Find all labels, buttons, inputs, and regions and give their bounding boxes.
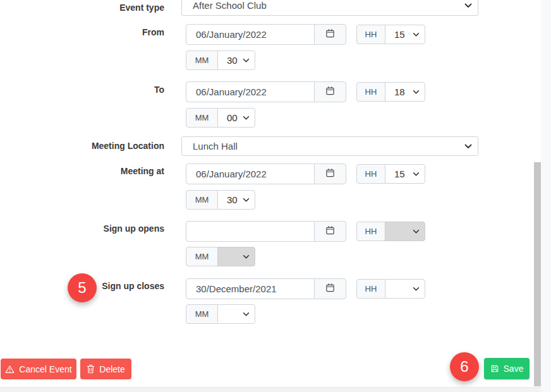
chevron-down-icon [243, 254, 250, 259]
from-hh-select[interactable]: 15 [385, 25, 425, 44]
signup-opens-date-input[interactable] [186, 221, 315, 242]
from-calendar-button[interactable] [314, 24, 346, 45]
chevron-down-icon [413, 287, 420, 291]
save-label: Save [504, 364, 524, 374]
signup-opens-mm-label: MM [186, 247, 218, 266]
signup-closes-date-input[interactable] [186, 278, 315, 299]
from-mm-select[interactable]: 30 [217, 50, 255, 70]
from-date-group [186, 24, 346, 45]
meeting-at-mm-value: 30 [218, 194, 238, 205]
signup-opens-mm-select[interactable] [217, 247, 255, 266]
step-badge-6: 6 [450, 352, 479, 381]
warning-icon [5, 365, 15, 374]
chevron-down-icon [243, 58, 250, 62]
calendar-icon [325, 283, 335, 295]
calendar-icon [325, 225, 335, 237]
chevron-down-icon [413, 32, 420, 37]
meeting-at-label: Meeting at [0, 166, 164, 176]
to-hh-label: HH [356, 82, 385, 102]
meeting-location-value: Lunch Hall [182, 141, 238, 151]
chevron-down-icon [243, 312, 250, 316]
delete-button[interactable]: Delete [80, 359, 131, 379]
cancel-event-label: Cancel Event [19, 364, 71, 374]
chevron-down-icon [464, 3, 472, 8]
page-gutter [541, 0, 551, 392]
event-type-select[interactable]: After School Club [181, 0, 478, 16]
from-mm-label: MM [186, 50, 218, 70]
signup-opens-calendar-button[interactable] [314, 221, 346, 242]
to-mm-value: 00 [218, 112, 238, 123]
chevron-down-icon [413, 172, 420, 176]
bottom-gutter [0, 387, 541, 392]
save-icon [490, 364, 499, 373]
trash-icon [87, 364, 95, 374]
signup-opens-date-group [186, 221, 346, 242]
signup-opens-mm-group: MM [186, 247, 255, 266]
from-hh-group: HH 15 [356, 25, 425, 44]
to-mm-label: MM [186, 108, 218, 128]
meeting-at-mm-label: MM [186, 190, 218, 210]
event-type-value: After School Club [182, 0, 267, 11]
to-mm-group: MM 00 [186, 108, 255, 128]
meeting-location-select[interactable]: Lunch Hall [181, 136, 478, 156]
signup-opens-hh-label: HH [356, 222, 385, 241]
calendar-icon [325, 86, 335, 98]
chevron-down-icon [413, 229, 420, 234]
meeting-at-calendar-button[interactable] [314, 163, 346, 184]
calendar-icon [325, 168, 335, 180]
signup-closes-date-group [186, 278, 346, 299]
signup-closes-mm-group: MM [186, 304, 255, 324]
step-badge-6-number: 6 [460, 358, 468, 376]
to-hh-select[interactable]: 18 [385, 82, 425, 102]
meeting-at-hh-group: HH 15 [356, 164, 425, 184]
meeting-at-date-input[interactable] [186, 163, 315, 184]
signup-opens-label: Sign up opens [0, 223, 164, 234]
meeting-at-date-group [186, 163, 346, 184]
delete-label: Delete [99, 364, 124, 374]
meeting-at-hh-select[interactable]: 15 [385, 164, 425, 184]
signup-closes-mm-select[interactable] [217, 304, 255, 324]
from-mm-group: MM 30 [186, 50, 255, 70]
chevron-down-icon [464, 144, 472, 149]
event-type-label: Event type [0, 3, 164, 13]
signup-closes-hh-label: HH [356, 279, 385, 299]
vertical-scrollbar-thumb[interactable] [534, 162, 541, 386]
step-badge-5-number: 5 [78, 279, 86, 297]
meeting-at-hh-value: 15 [385, 169, 405, 179]
from-label: From [0, 27, 164, 37]
to-hh-group: HH 18 [356, 82, 425, 102]
signup-closes-hh-select[interactable] [385, 279, 425, 299]
to-calendar-button[interactable] [314, 81, 346, 102]
meeting-at-hh-label: HH [356, 164, 385, 184]
signup-closes-hh-group: HH [356, 279, 425, 299]
meeting-at-mm-group: MM 30 [186, 190, 255, 210]
step-badge-5: 5 [68, 273, 97, 302]
to-date-group [186, 81, 346, 102]
signup-opens-hh-select[interactable] [385, 222, 425, 241]
save-button[interactable]: Save [484, 358, 530, 379]
signup-closes-mm-label: MM [186, 304, 218, 324]
from-hh-value: 15 [385, 29, 405, 40]
to-date-input[interactable] [186, 81, 315, 102]
cancel-event-button[interactable]: Cancel Event [1, 359, 76, 379]
signup-opens-hh-group: HH [356, 222, 425, 241]
to-hh-value: 18 [385, 86, 405, 97]
from-date-input[interactable] [186, 24, 315, 45]
meeting-location-label: Meeting Location [0, 141, 164, 151]
chevron-down-icon [243, 198, 250, 202]
signup-closes-calendar-button[interactable] [314, 278, 346, 299]
to-mm-select[interactable]: 00 [217, 108, 255, 128]
from-hh-label: HH [356, 25, 385, 44]
to-label: To [0, 85, 164, 95]
event-edit-form: Event type After School Club From HH 15 … [0, 0, 551, 392]
from-mm-value: 30 [218, 55, 238, 66]
meeting-at-mm-select[interactable]: 30 [217, 190, 255, 210]
chevron-down-icon [413, 90, 420, 94]
chevron-down-icon [243, 116, 250, 120]
calendar-icon [325, 28, 335, 40]
